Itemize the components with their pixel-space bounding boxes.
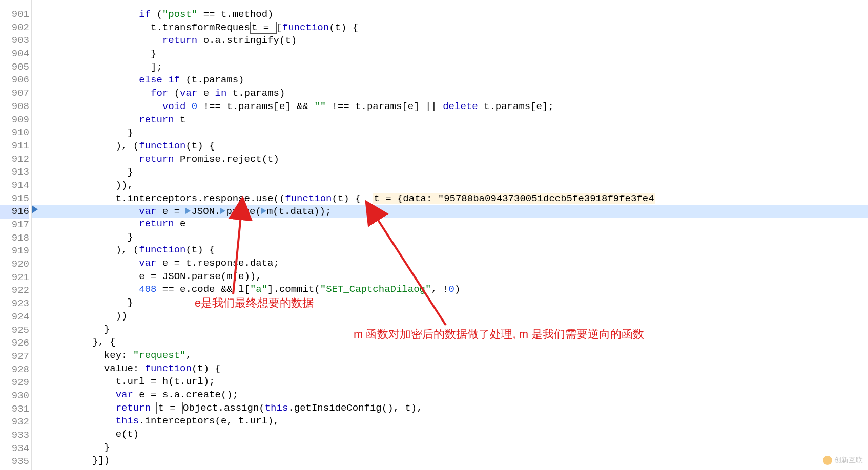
line-number[interactable]: 923 — [0, 297, 29, 311]
code-token: m(t.data)); — [267, 206, 331, 217]
line-number[interactable]: 904 — [0, 48, 29, 61]
line-number[interactable]: 922 — [0, 284, 29, 297]
line-number[interactable]: 903 — [0, 34, 29, 48]
code-line[interactable]: t.transformRequest = [function(t) { — [32, 22, 868, 35]
line-number[interactable]: 906 — [0, 74, 29, 87]
code-token: } — [151, 48, 156, 59]
line-number[interactable]: 912 — [0, 153, 29, 166]
code-token: this — [265, 402, 288, 414]
code-token: } — [104, 442, 110, 453]
code-line[interactable]: }, { — [32, 336, 868, 349]
line-number[interactable]: 927 — [0, 350, 29, 364]
code-line[interactable]: }]) — [32, 454, 868, 467]
code-line[interactable]: void 0 !== t.params[e] && "" !== t.param… — [32, 100, 868, 114]
code-line[interactable]: value: function(t) { — [32, 362, 868, 376]
code-line[interactable]: } — [32, 166, 868, 179]
code-token: e = — [133, 389, 162, 400]
code-token: this — [116, 415, 139, 426]
line-number[interactable]: 933 — [0, 429, 29, 442]
line-number[interactable]: 920 — [0, 258, 29, 271]
code-token: .interceptors(e, t.url), — [139, 415, 279, 426]
code-line[interactable]: } — [32, 441, 868, 455]
code-token: 0 — [449, 284, 454, 295]
code-line[interactable]: )), — [32, 179, 868, 193]
code-token: function — [285, 193, 332, 204]
code-line[interactable]: return t — [32, 114, 868, 127]
code-line[interactable]: } — [32, 48, 868, 61]
line-number[interactable]: 919 — [0, 245, 29, 258]
code-line[interactable]: ), (function(t) { — [32, 244, 868, 257]
line-number[interactable]: 931 — [0, 403, 29, 416]
code-token: in — [215, 88, 227, 99]
code-line[interactable]: t.interceptors.response.use((function(t)… — [32, 193, 868, 206]
line-number[interactable]: 901 — [0, 8, 29, 22]
code-line[interactable]: var e = t.response.data; — [32, 257, 868, 270]
line-number[interactable]: 934 — [0, 442, 29, 456]
code-line[interactable]: } — [32, 126, 868, 140]
line-number[interactable]: 930 — [0, 390, 29, 403]
code-token: value: — [104, 363, 145, 374]
code-line[interactable]: for (var e in t.params) — [32, 87, 868, 100]
code-line[interactable]: else if (t.params) — [32, 74, 868, 87]
code-line[interactable]: } — [32, 296, 868, 310]
expand-marker-icon[interactable] — [185, 208, 191, 214]
line-gutter[interactable]: 9019029039049059069079089099109119129139… — [0, 0, 32, 470]
line-number[interactable]: 932 — [0, 416, 29, 429]
code-line[interactable]: e = JSON.parse(m(e)), — [32, 270, 868, 284]
line-number[interactable]: 911 — [0, 140, 29, 153]
code-line[interactable]: )) — [32, 310, 868, 323]
line-number[interactable]: 926 — [0, 337, 29, 350]
line-number[interactable]: 910 — [0, 126, 29, 140]
code-token: t — [174, 114, 186, 125]
line-number[interactable]: 917 — [0, 219, 29, 232]
code-token: t = — [156, 402, 183, 414]
code-line[interactable]: 408 == e.code && l["a"].commit("SET_Capt… — [32, 283, 868, 296]
code-token: function — [139, 140, 185, 152]
line-number[interactable]: 935 — [0, 455, 29, 468]
code-line[interactable]: ), (function(t) { — [32, 140, 868, 153]
code-token: return — [162, 35, 197, 46]
code-line[interactable]: return o.a.stringify(t) — [32, 34, 868, 48]
code-line[interactable]: return t = Object.assign(this.getInsideC… — [32, 402, 868, 415]
code-line[interactable]: t.url = h(t.url); — [32, 375, 868, 389]
line-number[interactable]: 924 — [0, 311, 29, 324]
line-number[interactable]: 905 — [0, 61, 29, 74]
code-line[interactable]: } — [32, 323, 868, 336]
line-number[interactable]: 928 — [0, 364, 29, 377]
code-line[interactable]: if ("post" == t.method) — [32, 8, 868, 22]
code-token: (t) { — [332, 193, 373, 204]
line-number[interactable]: 915 — [0, 193, 29, 206]
expand-marker-icon[interactable] — [220, 208, 225, 214]
code-line[interactable]: return e — [32, 218, 868, 231]
line-number[interactable]: 929 — [0, 376, 29, 390]
line-number[interactable]: 925 — [0, 324, 29, 337]
code-line[interactable]: var e = JSON.parse(m(t.data)); — [32, 205, 868, 218]
code-line[interactable]: e(t) — [32, 428, 868, 441]
code-line[interactable]: ]; — [32, 61, 868, 74]
line-number[interactable]: 908 — [0, 100, 29, 114]
line-number[interactable]: 918 — [0, 232, 29, 245]
code-token: var — [139, 206, 156, 217]
line-number[interactable]: 907 — [0, 87, 29, 100]
code-token: t = {data: "95780ba0943730051dccb5fe3918… — [373, 193, 655, 204]
code-token: if — [139, 9, 151, 20]
code-line[interactable]: } — [32, 231, 868, 244]
line-number[interactable]: 913 — [0, 166, 29, 179]
code-token: else if — [139, 74, 180, 86]
expand-marker-icon[interactable] — [261, 208, 266, 214]
code-line[interactable]: key: "request", — [32, 349, 868, 362]
line-number[interactable]: 902 — [0, 22, 29, 35]
code-token: Object.assign( — [183, 402, 265, 414]
code-line[interactable]: var e = s.a.create(); — [32, 389, 868, 402]
code-area[interactable]: if ("post" == t.method) t.transformReque… — [32, 0, 868, 470]
code-line[interactable]: this.interceptors(e, t.url), — [32, 415, 868, 428]
line-number[interactable]: 909 — [0, 114, 29, 127]
code-token: ), ( — [116, 244, 139, 255]
line-number[interactable]: 921 — [0, 271, 29, 285]
line-number[interactable]: 914 — [0, 179, 29, 193]
code-line[interactable]: return Promise.reject(t) — [32, 153, 868, 166]
line-number[interactable]: 916 — [0, 205, 29, 219]
code-token: ( — [168, 88, 180, 99]
code-token: (t) { — [192, 363, 221, 374]
code-token: ].commit( — [267, 284, 320, 295]
